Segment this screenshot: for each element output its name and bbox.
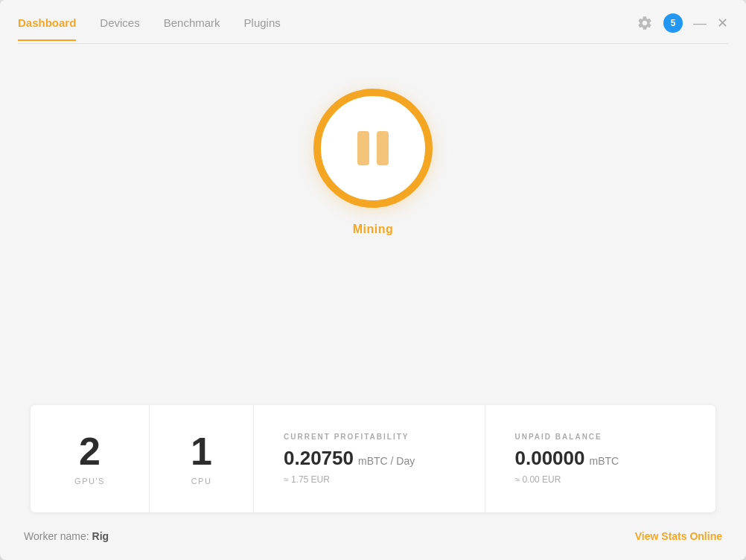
cpu-stat-block: 1 CPU [150,405,254,512]
mining-section: Mining [313,89,433,236]
nav-tabs: Dashboard Devices Benchmark Plugins [18,16,637,41]
pause-bar-left [357,131,369,165]
tab-dashboard[interactable]: Dashboard [18,16,76,41]
balance-block: UNPAID BALANCE 0.00000 mBTC ≈ 0.00 EUR [485,405,716,512]
mining-toggle-button[interactable] [313,89,433,208]
profitability-section-label: CURRENT PROFITABILITY [284,433,409,441]
pause-icon [357,131,389,165]
worker-name-display: Worker name: Rig [24,530,109,542]
tab-benchmark[interactable]: Benchmark [164,16,220,41]
tab-devices[interactable]: Devices [100,16,139,41]
balance-value-row: 0.00000 mBTC [515,447,619,470]
balance-section-label: UNPAID BALANCE [515,433,602,441]
main-window: Dashboard Devices Benchmark Plugins 5 — … [0,0,746,560]
balance-unit: mBTC [589,455,619,467]
worker-name-value: Rig [92,530,109,542]
profitability-block: CURRENT PROFITABILITY 0.20750 mBTC / Day… [254,405,485,512]
cpu-label: CPU [191,477,212,486]
gpu-count: 2 [79,432,101,471]
view-stats-link[interactable]: View Stats Online [635,530,722,542]
mining-status-label: Mining [353,223,394,236]
profitability-fiat: ≈ 1.75 EUR [284,474,330,485]
gpu-label: GPU'S [74,477,105,486]
profitability-unit: mBTC / Day [358,455,415,467]
main-content: Mining 2 GPU'S 1 CPU CURRENT PROFITABILI… [0,44,746,530]
minimize-button[interactable]: — [693,16,707,30]
gpu-stat-block: 2 GPU'S [31,405,150,512]
balance-value: 0.00000 [515,447,585,470]
window-controls: 5 — ✕ [637,13,728,43]
balance-fiat: ≈ 0.00 EUR [515,474,561,485]
profitability-value-row: 0.20750 mBTC / Day [284,447,415,470]
pause-bar-right [377,131,389,165]
close-button[interactable]: ✕ [717,16,728,30]
profitability-value: 0.20750 [284,447,354,470]
notification-badge[interactable]: 5 [663,13,683,33]
settings-icon[interactable] [637,15,653,31]
stats-panel: 2 GPU'S 1 CPU CURRENT PROFITABILITY 0.20… [31,405,715,512]
tab-plugins[interactable]: Plugins [244,16,281,41]
worker-label: Worker name: [24,530,89,542]
cpu-count: 1 [191,432,212,471]
navbar: Dashboard Devices Benchmark Plugins 5 — … [0,0,746,43]
footer: Worker name: Rig View Stats Online [0,530,746,560]
